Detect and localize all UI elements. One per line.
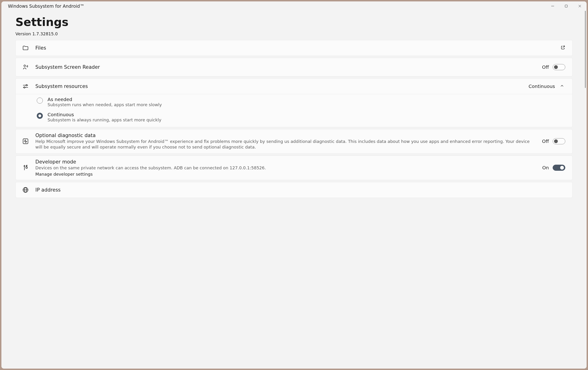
ip-card: IP address — [15, 182, 573, 198]
developer-manage-link[interactable]: Manage developer settings — [35, 172, 536, 177]
radio-unselected[interactable] — [37, 98, 43, 104]
developer-state: On — [542, 165, 549, 170]
maximize-icon — [565, 4, 568, 8]
resources-card: Subsystem resources Continuous As needed… — [15, 78, 573, 127]
minimize-button[interactable] — [546, 1, 559, 11]
option-title: Continuous — [48, 112, 161, 117]
files-label: Files — [35, 45, 555, 51]
folder-icon — [22, 45, 29, 51]
sliders-icon — [22, 83, 29, 90]
screen-reader-toggle[interactable] — [553, 64, 565, 70]
minimize-icon — [551, 4, 554, 8]
screen-reader-state: Off — [542, 64, 549, 70]
resources-value: Continuous — [529, 83, 555, 89]
resources-label: Subsystem resources — [35, 83, 523, 89]
scrollbar[interactable] — [585, 11, 586, 88]
tools-icon — [22, 164, 29, 171]
screen-reader-card: Subsystem Screen Reader Off — [15, 58, 573, 77]
developer-title: Developer mode — [35, 159, 536, 165]
diagnostics-state: Off — [542, 139, 549, 144]
diagnostics-title: Optional diagnostic data — [35, 133, 536, 138]
svg-point-8 — [24, 87, 25, 88]
developer-desc: Devices on the same private network can … — [35, 165, 536, 171]
settings-content[interactable]: Files Subsystem Screen Reader Of — [1, 37, 587, 369]
titlebar: Windows Subsystem for Android™ — [1, 1, 587, 11]
close-button[interactable] — [573, 1, 587, 11]
svg-point-6 — [26, 85, 27, 86]
diagnostics-card: Optional diagnostic data Help Microsoft … — [15, 129, 573, 154]
version-label: Version 1.7.32815.0 — [15, 31, 573, 36]
network-icon — [22, 187, 29, 193]
page-header: Settings Version 1.7.32815.0 — [1, 11, 587, 37]
option-desc: Subsystem runs when needed, apps start m… — [48, 102, 162, 107]
window-controls — [546, 1, 587, 11]
accessibility-icon — [22, 64, 29, 70]
resources-option-continuous[interactable]: Continuous Subsystem is always running, … — [16, 110, 572, 125]
close-icon — [578, 4, 581, 8]
svg-rect-1 — [565, 5, 567, 7]
open-external-icon — [561, 45, 565, 51]
svg-point-4 — [24, 65, 25, 67]
diagnostics-toggle[interactable] — [553, 138, 565, 144]
ip-title: IP address — [35, 187, 565, 193]
developer-toggle[interactable] — [553, 165, 565, 171]
app-window: Windows Subsystem for Android™ Settings … — [1, 1, 587, 369]
resources-header[interactable]: Subsystem resources Continuous — [16, 79, 572, 94]
chevron-up-icon — [559, 83, 565, 89]
diagnostics-desc: Help Microsoft improve your Windows Subs… — [35, 139, 536, 150]
developer-card: Developer mode Devices on the same priva… — [15, 156, 573, 180]
maximize-button[interactable] — [559, 1, 573, 11]
page-title: Settings — [15, 15, 573, 29]
files-card[interactable]: Files — [15, 40, 573, 56]
screen-reader-label: Subsystem Screen Reader — [35, 64, 536, 70]
option-desc: Subsystem is always running, apps start … — [48, 117, 161, 122]
resources-option-as-needed[interactable]: As needed Subsystem runs when needed, ap… — [16, 94, 572, 110]
option-title: As needed — [48, 97, 162, 102]
window-title: Windows Subsystem for Android™ — [8, 3, 84, 9]
activity-icon — [22, 138, 29, 145]
radio-selected[interactable] — [37, 113, 43, 119]
